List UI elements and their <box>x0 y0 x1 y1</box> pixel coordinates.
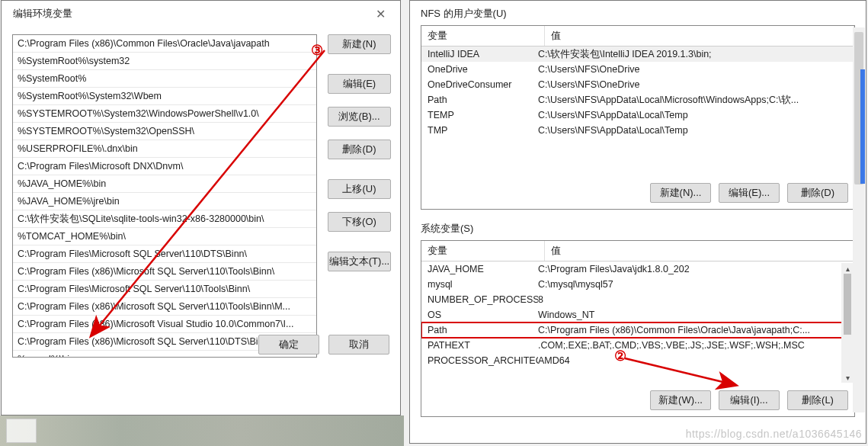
list-item[interactable]: C:\Program Files (x86)\Microsoft SQL Ser… <box>13 298 316 316</box>
user-vars-body: IntelliJ IDEAC:\软件安装包\IntelliJ IDEA 2019… <box>421 47 854 177</box>
path-list[interactable]: C:\Program Files (x86)\Common Files\Orac… <box>12 34 317 358</box>
list-item[interactable]: %JAVA_HOME%\bin <box>13 175 316 193</box>
user-vars-box: 变量 值 IntelliJ IDEAC:\软件安装包\IntelliJ IDEA… <box>421 25 855 210</box>
sys-vars-caption: 系统变量(S) <box>410 216 866 239</box>
env-vars-panel: NFS 的用户变量(U) 变量 值 IntelliJ IDEAC:\软件安装包\… <box>409 0 866 444</box>
list-item[interactable]: C:\软件安装包\SQLite\sqlite-tools-win32-x86-3… <box>13 210 316 228</box>
table-header: 变量 值 <box>421 241 854 262</box>
table-row[interactable]: PathC:\Users\NFS\AppData\Local\Microsoft… <box>421 92 854 107</box>
list-item[interactable]: %SYSTEMROOT%\System32\WindowsPowerShell\… <box>13 105 316 123</box>
dialog-footer: 确定 取消 <box>252 335 389 355</box>
sys-scrollbar[interactable]: ▴ ▾ <box>841 263 854 383</box>
list-item[interactable]: C:\Program Files\Microsoft DNX\Dnvm\ <box>13 158 316 175</box>
dialog-title: 编辑环境变量 <box>13 7 72 21</box>
move-up-button[interactable]: 上移(U) <box>328 179 391 199</box>
table-header: 变量 值 <box>421 26 854 47</box>
table-row[interactable]: NUMBER_OF_PROCESSORS8 <box>421 292 854 307</box>
sys-new-button[interactable]: 新建(W)... <box>650 390 711 410</box>
user-vars-caption: NFS 的用户变量(U) <box>410 1 866 24</box>
list-item[interactable]: %TOMCAT_HOME%\bin\ <box>13 228 316 245</box>
edit-text-button[interactable]: 编辑文本(T)... <box>328 252 391 271</box>
browse-button[interactable]: 浏览(B)... <box>328 107 391 127</box>
column-variable[interactable]: 变量 <box>421 241 545 261</box>
user-new-button[interactable]: 新建(N)... <box>650 183 711 203</box>
list-item[interactable]: C:\Program Files\Microsoft SQL Server\11… <box>13 245 316 263</box>
table-row[interactable]: JAVA_HOMEC:\Program Files\Java\jdk1.8.0_… <box>421 262 854 277</box>
list-item[interactable]: %SystemRoot% <box>13 70 316 88</box>
sys-vars-buttons: 新建(W)... 编辑(I)... 删除(L) <box>421 384 854 416</box>
user-edit-button[interactable]: 编辑(E)... <box>719 183 780 203</box>
column-value[interactable]: 值 <box>545 241 854 261</box>
list-item[interactable]: C:\Program Files (x86)\Common Files\Orac… <box>13 35 316 53</box>
delete-button[interactable]: 删除(D) <box>328 140 391 159</box>
list-item[interactable]: %USERPROFILE%\.dnx\bin <box>13 140 316 158</box>
sys-vars-box: 变量 值 JAVA_HOMEC:\Program Files\Java\jdk1… <box>421 240 855 417</box>
list-item[interactable]: C:\Program Files (x86)\Microsoft SQL Ser… <box>13 263 316 281</box>
scroll-down-icon[interactable]: ▾ <box>841 372 854 383</box>
table-row[interactable]: OneDriveConsumerC:\Users\NFS\OneDrive <box>421 77 854 92</box>
scrollbar-accent <box>860 69 865 184</box>
table-row-path[interactable]: PathC:\Program Files (x86)\Common Files\… <box>421 322 854 338</box>
table-row[interactable]: TMPC:\Users\NFS\AppData\Local\Temp <box>421 123 854 138</box>
close-icon[interactable]: ✕ <box>368 5 392 23</box>
table-row[interactable]: OneDriveC:\Users\NFS\OneDrive <box>421 62 854 77</box>
edit-button[interactable]: 编辑(E) <box>328 74 391 94</box>
cancel-button[interactable]: 取消 <box>328 335 389 355</box>
task-tab <box>6 419 37 443</box>
list-item[interactable]: %JAVA_HOME%\jre\bin <box>13 193 316 210</box>
list-item[interactable]: C:\Program Files (x86)\Microsoft Visual … <box>13 316 316 333</box>
edit-env-var-dialog: 编辑环境变量 ✕ C:\Program Files (x86)\Common F… <box>1 0 401 416</box>
table-row[interactable]: TEMPC:\Users\NFS\AppData\Local\Temp <box>421 107 854 123</box>
scroll-thumb[interactable] <box>844 274 851 335</box>
list-item[interactable]: %SystemRoot%\System32\Wbem <box>13 88 316 105</box>
background-strip <box>0 416 404 446</box>
watermark: https://blog.csdn.net/a1036645146 <box>686 428 862 440</box>
marker-3: ③ <box>311 42 323 59</box>
list-item[interactable]: %SYSTEMROOT%\System32\OpenSSH\ <box>13 123 316 140</box>
user-vars-buttons: 新建(N)... 编辑(E)... 删除(D) <box>421 177 854 209</box>
sys-edit-button[interactable]: 编辑(I)... <box>719 390 780 410</box>
new-button[interactable]: 新建(N) <box>328 34 391 54</box>
list-item[interactable]: C:\Program Files\Microsoft SQL Server\11… <box>13 281 316 298</box>
column-value[interactable]: 值 <box>545 26 854 46</box>
sys-delete-button[interactable]: 删除(L) <box>787 390 848 410</box>
marker-2: ② <box>614 348 626 364</box>
move-down-button[interactable]: 下移(O) <box>328 212 391 232</box>
scroll-up-icon[interactable]: ▴ <box>841 263 854 274</box>
table-row[interactable]: PATHEXT.COM;.EXE;.BAT;.CMD;.VBS;.VBE;.JS… <box>421 338 854 353</box>
table-row[interactable]: PROCESSOR_ARCHITECT...AMD64 <box>421 353 854 368</box>
titlebar: 编辑环境变量 ✕ <box>2 1 400 27</box>
column-variable[interactable]: 变量 <box>421 26 545 46</box>
list-item[interactable]: %SystemRoot%\system32 <box>13 53 316 70</box>
user-delete-button[interactable]: 删除(D) <box>787 183 848 203</box>
ok-button[interactable]: 确定 <box>258 335 319 355</box>
table-row[interactable]: mysqlC:\mysql\mysql57 <box>421 277 854 292</box>
table-row[interactable]: OSWindows_NT <box>421 307 854 322</box>
sys-vars-body: JAVA_HOMEC:\Program Files\Java\jdk1.8.0_… <box>421 262 854 384</box>
table-row[interactable]: IntelliJ IDEAC:\软件安装包\IntelliJ IDEA 2019… <box>421 47 854 62</box>
